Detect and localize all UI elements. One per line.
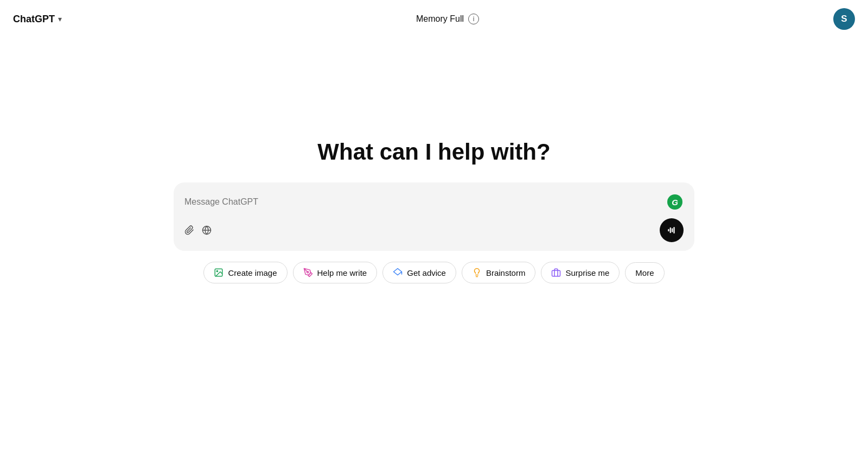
- chip-help-me-write-label: Help me write: [317, 268, 367, 277]
- web-search-button[interactable]: [202, 225, 212, 235]
- paperclip-icon: [184, 225, 194, 235]
- svg-rect-2: [668, 229, 669, 232]
- grammarly-icon: G: [666, 193, 684, 211]
- svg-rect-5: [673, 227, 674, 233]
- microphone-icon: [667, 225, 676, 235]
- input-top-row: G: [184, 193, 684, 211]
- chip-help-me-write[interactable]: Help me write: [293, 262, 378, 283]
- input-bottom-row: [184, 218, 684, 242]
- message-input-box: G: [174, 182, 694, 251]
- hero-title: What can I help with?: [317, 139, 550, 165]
- surprise-me-icon: [551, 268, 561, 277]
- message-input[interactable]: [184, 197, 666, 207]
- chip-get-advice[interactable]: Get advice: [382, 262, 456, 283]
- svg-rect-11: [552, 270, 560, 276]
- globe-icon: [202, 225, 212, 235]
- svg-rect-4: [672, 228, 673, 232]
- brainstorm-icon: [472, 268, 482, 277]
- chip-surprise-me-label: Surprise me: [565, 268, 609, 277]
- chip-create-image[interactable]: Create image: [203, 262, 287, 283]
- chip-surprise-me[interactable]: Surprise me: [541, 262, 620, 283]
- help-write-icon: [303, 268, 313, 277]
- attach-button[interactable]: [184, 225, 194, 235]
- svg-point-7: [217, 270, 218, 271]
- chip-more[interactable]: More: [625, 262, 664, 283]
- voice-input-button[interactable]: [660, 218, 684, 242]
- chip-brainstorm-label: Brainstorm: [486, 268, 526, 277]
- main-content: What can I help with? G: [0, 0, 868, 455]
- svg-point-8: [307, 271, 308, 273]
- create-image-icon: [214, 268, 224, 277]
- suggestion-chips: Create image Help me write Get advice: [203, 262, 664, 283]
- chip-more-label: More: [635, 268, 654, 277]
- svg-rect-3: [670, 228, 671, 233]
- chip-create-image-label: Create image: [228, 268, 277, 277]
- get-advice-icon: [393, 268, 403, 277]
- chip-get-advice-label: Get advice: [407, 268, 446, 277]
- input-left-icons: [184, 225, 212, 235]
- chip-brainstorm[interactable]: Brainstorm: [462, 262, 536, 283]
